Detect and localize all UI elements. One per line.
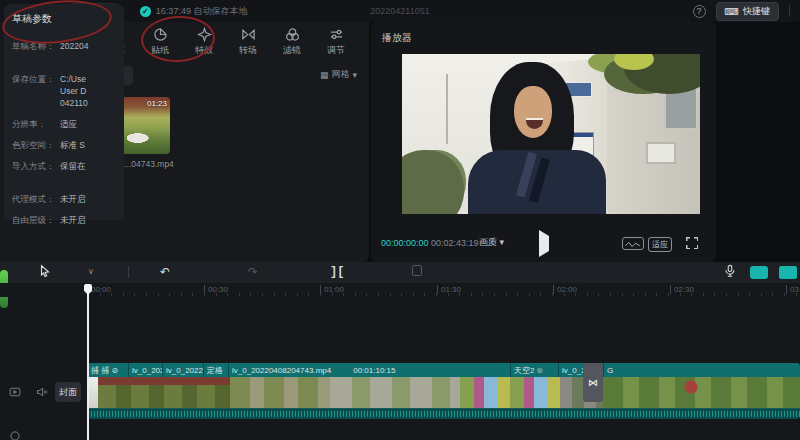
row-label: 自由层级： — [12, 214, 60, 226]
caret-down-icon: ▾ — [500, 237, 505, 247]
row-label: 草稿名称： — [12, 40, 60, 52]
timeline-clip[interactable]: G — [603, 363, 800, 377]
foliage-shape — [402, 150, 464, 214]
player-title: 播放器 — [382, 31, 412, 45]
clip-duration: 01:23 — [147, 99, 167, 108]
caret-down-icon: ▾ — [352, 70, 357, 80]
timeline-clip[interactable]: 天空2 ⊙ — [510, 363, 558, 377]
autosave-text: 16:37:49 自动保存本地 — [156, 5, 248, 18]
draft-params-title: 草稿参数 — [12, 12, 124, 26]
redo-button[interactable]: ↷ — [248, 264, 258, 280]
pole-shape — [446, 74, 448, 144]
fullscreen-icon[interactable] — [686, 237, 698, 249]
cover-button[interactable]: 封面 — [55, 382, 81, 402]
timeline-clip[interactable]: lv_0_202 — [128, 363, 162, 377]
microphone-icon — [723, 264, 737, 278]
grid-icon: ▦ — [320, 70, 329, 80]
ruler-tick: 01:30 — [437, 285, 461, 294]
quality-label: 画质 — [479, 237, 497, 247]
filmstrip-frame — [603, 377, 800, 408]
timeline-clip[interactable]: lv_0_20220408204743.mp4 00:01:10:15 — [228, 363, 510, 377]
tab-filter[interactable]: 滤镜 — [270, 27, 314, 57]
record-voiceover-button[interactable] — [723, 264, 737, 282]
timeline-clip[interactable]: 捕 捕 ⊘ — [88, 363, 128, 377]
tab-effects[interactable]: 特效 — [182, 27, 226, 57]
split-button[interactable]: ][ — [330, 264, 344, 280]
filmstrip-frame — [460, 377, 560, 408]
filmstrip — [88, 377, 800, 408]
timeline-clip[interactable]: lv_0_20 — [558, 363, 583, 377]
sticker-icon — [153, 27, 168, 42]
smart-tools-icon[interactable] — [750, 266, 768, 279]
help-button[interactable]: ? — [693, 5, 706, 18]
clip-duration: 00:01:10:15 — [353, 366, 395, 375]
row-value: 未开启 — [60, 214, 86, 226]
playhead-line — [87, 293, 89, 440]
tab-adjust[interactable]: 调节 — [314, 27, 358, 57]
undo-button[interactable]: ↶ — [160, 264, 170, 280]
delete-button[interactable] — [412, 264, 422, 280]
player-panel: 播放器 00:00:00:00 00:02:43:19 画质 ▾ 适应 — [371, 22, 716, 262]
person-robe-shape — [468, 150, 606, 214]
draft-row-resolution: 分辨率： 适应 — [12, 118, 124, 130]
draft-row-colorspace: 色彩空间： 标准 S — [12, 139, 124, 151]
video-track-icon[interactable] — [9, 386, 21, 401]
mute-track-icon[interactable] — [36, 386, 48, 401]
loop-icon[interactable] — [9, 430, 21, 440]
ruler-tick: 03 — [786, 285, 799, 294]
player-controls: 00:00:00:00 00:02:43:19 画质 ▾ 适应 — [371, 234, 716, 254]
link-clips-icon[interactable] — [779, 266, 797, 279]
toolbar-divider — [128, 266, 129, 278]
check-circle-icon: ✓ — [140, 6, 151, 17]
transition-bowtie-icon — [241, 27, 256, 42]
row-label: 分辨率： — [12, 118, 60, 130]
redo-icon: ↷ — [248, 265, 258, 279]
filmstrip-frame — [98, 377, 230, 408]
transition-handle[interactable]: ⋈ — [583, 363, 603, 402]
ruler-tick: 00:30 — [204, 285, 228, 294]
select-tool-button[interactable] — [38, 264, 52, 282]
filmstrip-frame — [230, 377, 330, 408]
tool-chevron-button[interactable]: ∨ — [88, 264, 94, 280]
delete-icon — [412, 265, 422, 276]
timeline-ruler[interactable]: 00:00 00:30 01:00 01:30 02:00 02:30 03 — [0, 283, 800, 297]
row-value: C:/Use User D 042110 — [60, 73, 88, 109]
chevron-down-icon: ∨ — [88, 267, 94, 276]
total-timecode: 00:02:43:19 — [431, 238, 479, 248]
tab-transition[interactable]: 转场 — [226, 27, 270, 57]
timeline-toolbar: ∨ ↶ ↷ ][ — [0, 262, 800, 283]
filter-circles-icon — [285, 27, 300, 42]
person-face-shape — [514, 86, 552, 138]
clip-label: lv_0_20 — [559, 366, 583, 375]
tab-sticker[interactable]: 贴纸 — [138, 27, 182, 57]
fit-button[interactable]: 适应 — [648, 237, 672, 252]
timeline-clip[interactable]: 定格 — [203, 363, 228, 377]
play-icon — [539, 230, 549, 257]
track-header-bar: 捕 捕 ⊘ lv_0_202 lv_0_202204 定格 lv_0_20220… — [88, 363, 800, 377]
draft-params-panel: 草稿参数 草稿名称： 202204 保存位置： C:/Use User D 04… — [0, 0, 82, 240]
play-button[interactable] — [537, 236, 551, 250]
audio-waveform-band[interactable] — [88, 408, 800, 419]
ruler-tick: 01:00 — [320, 285, 344, 294]
clip-label: 捕 捕 ⊘ — [88, 365, 118, 376]
tab-label: 调节 — [327, 44, 345, 57]
draft-row-proxy: 代理模式： 未开启 — [12, 193, 124, 205]
row-value: 适应 — [60, 118, 77, 130]
current-timecode: 00:00:00:00 — [381, 238, 429, 248]
clip-label: lv_0_202204 — [163, 366, 203, 375]
shortcuts-button[interactable]: ⌨ 快捷键 — [716, 2, 779, 21]
tab-label: 贴纸 — [151, 44, 169, 57]
video-preview[interactable] — [402, 54, 700, 214]
window-shape — [646, 142, 676, 164]
autosave-status: ✓ 16:37:49 自动保存本地 — [140, 5, 248, 18]
timeline-clip[interactable]: lv_0_202204 — [162, 363, 203, 377]
draft-params-card: 草稿参数 草稿名称： 202204 保存位置： C:/Use User D 04… — [4, 4, 124, 220]
tab-label: 转场 — [239, 44, 257, 57]
clip-label: G — [604, 366, 613, 375]
view-toggle-button[interactable]: ▦ 网格 ▾ — [320, 68, 357, 81]
quality-dropdown[interactable]: 画质 ▾ — [479, 236, 504, 249]
main-video-track[interactable]: 捕 捕 ⊘ lv_0_202 lv_0_202204 定格 lv_0_20220… — [88, 363, 800, 420]
tab-label: 滤镜 — [283, 44, 301, 57]
ruler-tick: 02:30 — [670, 285, 694, 294]
waveform-preview-button[interactable] — [622, 237, 644, 250]
